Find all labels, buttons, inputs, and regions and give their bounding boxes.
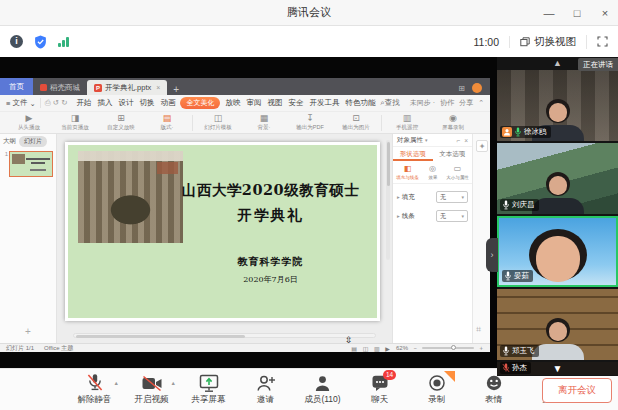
- mic-muted-icon: [86, 373, 104, 393]
- quick-access-icons[interactable]: ⎙ ↺ ↻: [40, 98, 72, 108]
- zoom-slider[interactable]: [422, 347, 474, 349]
- wps-tab-bar: 首页 稻壳商城 P 开学典礼.pptx × + ⊞: [0, 78, 490, 95]
- line-expand-icon[interactable]: ▸: [397, 213, 400, 219]
- slide-thumbnail-1[interactable]: 1: [2, 151, 53, 177]
- invite-button[interactable]: 邀请: [237, 373, 294, 406]
- menu-tab-devtools[interactable]: 开发工具: [308, 98, 340, 108]
- maximize-button[interactable]: □: [570, 7, 584, 19]
- participant-3-name-bar: 晏茹: [502, 270, 533, 282]
- fill-select[interactable]: 无▾: [436, 191, 468, 203]
- participant-video-2[interactable]: 刘庆昌: [497, 143, 618, 214]
- outline-tab[interactable]: 大纲: [3, 137, 16, 146]
- slide-organization[interactable]: 教育科学学院: [168, 255, 373, 269]
- slide-page[interactable]: 山西大学2020级教育硕士 开学典礼 教育科学学院 2020年7月6日: [65, 142, 380, 321]
- menu-tab-beautify[interactable]: 全文美化: [180, 97, 220, 109]
- wps-docer-tab[interactable]: 稻壳商城: [33, 80, 87, 95]
- record-button[interactable]: 录制: [408, 373, 465, 406]
- text-options-tab[interactable]: 文本选项: [433, 147, 473, 161]
- apps-grid-icon[interactable]: ⊞: [458, 84, 465, 93]
- slide-title-line1[interactable]: 山西大学2020级教育硕士: [168, 181, 373, 200]
- slide-title-line2[interactable]: 开学典礼: [168, 206, 373, 225]
- wps-status-bar: 幻灯片 1/1 Office 主题 ▤ ◫ ▥ ▶ 62% － ＋: [0, 343, 490, 352]
- ribbon-item-8[interactable]: ▥手机遥控: [386, 113, 428, 132]
- horizontal-scrollbar[interactable]: [73, 333, 376, 338]
- find-button[interactable]: ⌕查找: [380, 98, 399, 108]
- participant-4-name-bar: 郑玉飞: [500, 345, 539, 357]
- scroll-down-button[interactable]: ▼: [553, 364, 563, 374]
- menu-tab-slideshow[interactable]: 放映: [224, 98, 241, 108]
- menu-tab-features[interactable]: 特色功能: [344, 98, 376, 108]
- menu-tab-design[interactable]: 设计: [117, 98, 134, 108]
- video-options-caret[interactable]: ▲: [171, 380, 176, 386]
- user-avatar[interactable]: [472, 83, 482, 93]
- menu-tab-start[interactable]: 开始: [75, 98, 92, 108]
- mic-on-icon: [504, 271, 512, 281]
- object-properties-panel: 对象属性 ▾ ⌐× 形状选项 文本选项 ◧填充与线条 ◎效果 ▭大小与属性: [392, 134, 472, 343]
- fill-line-subtab[interactable]: ◧填充与线条: [395, 164, 420, 180]
- ribbon-item-7[interactable]: ⊡输出为图片: [335, 113, 377, 132]
- sidebar-collapse-handle[interactable]: ›: [486, 238, 498, 272]
- size-props-subtab[interactable]: ▭大小与属性: [445, 164, 470, 180]
- ribbon-item-5[interactable]: ▦背景·: [243, 113, 285, 132]
- fullscreen-icon[interactable]: [597, 36, 608, 47]
- slide-date[interactable]: 2020年7月6日: [168, 274, 373, 285]
- slides-tab[interactable]: 幻灯片: [19, 136, 47, 147]
- ribbon-item-2[interactable]: ⊞自定义放映: [100, 113, 142, 132]
- panel-pin-icon[interactable]: ⌐: [456, 137, 460, 144]
- shape-options-tab[interactable]: 形状选项: [393, 147, 433, 161]
- mic-options-caret[interactable]: ▲: [114, 380, 119, 386]
- view-mode-buttons[interactable]: ▤ ◫ ▥ ▶: [351, 345, 392, 352]
- menu-tab-insert[interactable]: 插入: [96, 98, 113, 108]
- ribbon-item-9[interactable]: ◉屏幕录制: [432, 113, 474, 132]
- mic-on-icon: [514, 127, 522, 137]
- slide-thumbnail-panel: 大纲 幻灯片 1 +: [0, 134, 57, 343]
- leave-meeting-button[interactable]: 离开会议: [542, 378, 612, 403]
- tab-close-icon[interactable]: ×: [156, 84, 160, 91]
- resource-panel-icon[interactable]: ✦: [476, 140, 488, 152]
- menu-tab-animation[interactable]: 动画: [159, 98, 176, 108]
- participant-video-1[interactable]: 徐冰鸥: [497, 70, 618, 141]
- line-select[interactable]: 无▾: [436, 210, 468, 222]
- vertical-scrollbar[interactable]: [386, 140, 390, 260]
- security-shield-icon[interactable]: [34, 35, 47, 49]
- menu-tab-view[interactable]: 视图: [266, 98, 283, 108]
- close-button[interactable]: ×: [598, 7, 612, 19]
- qr-share-icon[interactable]: ⌗: [476, 324, 481, 335]
- ribbon-item-4[interactable]: ◫幻灯片模板: [197, 113, 239, 132]
- effects-subtab[interactable]: ◎效果: [420, 164, 445, 180]
- ribbon-item-0[interactable]: ▶从头播放: [8, 113, 50, 132]
- wps-home-tab[interactable]: 首页: [0, 78, 33, 95]
- menu-tab-review[interactable]: 审阅: [245, 98, 262, 108]
- start-video-button[interactable]: 开启视频 ▲: [123, 373, 180, 406]
- window-titlebar: 腾讯会议 — □ ×: [0, 0, 618, 26]
- slide-indicator: 幻灯片 1/1: [6, 344, 34, 353]
- menu-tab-transition[interactable]: 切换: [138, 98, 155, 108]
- unmute-button[interactable]: 解除静音 ▲: [66, 373, 123, 406]
- ribbon-item-6[interactable]: ↧输出为PDF: [289, 113, 331, 132]
- zoom-out-button[interactable]: －: [412, 344, 418, 353]
- share-button[interactable]: 分享: [459, 98, 473, 108]
- panel-close-icon[interactable]: ×: [464, 137, 468, 144]
- file-menu[interactable]: ≡ 文件 ⌄: [6, 98, 36, 108]
- menu-tab-security[interactable]: 安全: [287, 98, 304, 108]
- meeting-info-bar: i 11:00 切换视图: [0, 26, 618, 57]
- zoom-in-button[interactable]: ＋: [478, 344, 484, 353]
- fill-expand-icon[interactable]: ▸: [397, 194, 400, 200]
- add-slide-button[interactable]: +: [0, 326, 56, 337]
- chat-button[interactable]: 聊天 14: [351, 373, 408, 406]
- collapse-ribbon-icon[interactable]: ⌃: [478, 99, 484, 107]
- meeting-info-icon[interactable]: i: [10, 35, 23, 48]
- ribbon-item-layout[interactable]: ▤版式·: [146, 113, 188, 132]
- members-button[interactable]: 成员(110): [294, 373, 351, 406]
- ribbon-item-1[interactable]: ◨当前页播放: [54, 113, 96, 132]
- share-screen-button[interactable]: 共享屏幕: [180, 373, 237, 406]
- emoji-button[interactable]: 表情: [465, 373, 522, 406]
- new-tab-button[interactable]: +: [173, 84, 179, 95]
- participant-video-4[interactable]: 郑玉飞: [497, 289, 618, 360]
- line-label: 线条: [402, 212, 415, 221]
- collaborate-button[interactable]: 协作: [440, 98, 454, 108]
- switch-view-button[interactable]: 切换视图: [520, 35, 587, 49]
- wps-document-tab[interactable]: P 开学典礼.pptx ×: [87, 80, 167, 95]
- participant-video-3[interactable]: 晏茹: [497, 216, 618, 287]
- minimize-button[interactable]: —: [542, 7, 556, 19]
